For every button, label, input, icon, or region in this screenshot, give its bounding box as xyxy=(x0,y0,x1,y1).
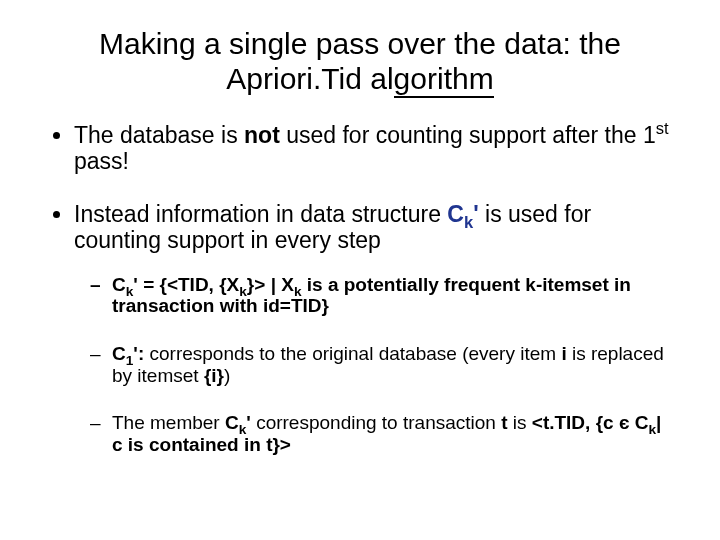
bullet-list: The database is not used for counting su… xyxy=(46,123,674,456)
ordinal-sup: st xyxy=(656,119,669,138)
slide: Making a single pass over the data: the … xyxy=(0,0,720,540)
text: = {<TID, {X xyxy=(138,274,239,295)
sub-k: k xyxy=(648,422,656,437)
title-line1: Making a single pass over the data: the xyxy=(99,27,621,60)
text: c is contained in t}> xyxy=(112,434,291,455)
sub-bullet-list: Ck' = {<TID, {Xk}> | Xk is a potentially… xyxy=(74,274,674,456)
C: C xyxy=(225,412,239,433)
text: The database is xyxy=(74,122,244,148)
text: used for counting support after the 1 xyxy=(280,122,656,148)
text: Instead information in data structure xyxy=(74,201,447,227)
bullet-2: Instead information in data structure Ck… xyxy=(74,202,674,455)
colon: : xyxy=(138,343,150,364)
text: The member xyxy=(112,412,225,433)
C: C xyxy=(112,343,126,364)
title-line2-pre: Apriori.Tid al xyxy=(226,62,393,95)
bullet-1: The database is not used for counting su… xyxy=(74,123,674,175)
slide-title: Making a single pass over the data: the … xyxy=(80,26,640,97)
bar: | xyxy=(656,412,661,433)
ck-prime: Ck' xyxy=(112,274,138,295)
sub-k: k xyxy=(464,213,473,232)
text: pass! xyxy=(74,148,129,174)
title-line2-underlined: gorithm xyxy=(394,62,494,98)
text: ) xyxy=(224,365,230,386)
text: }> | X xyxy=(247,274,294,295)
C: C xyxy=(112,274,126,295)
C: C xyxy=(447,201,464,227)
text: <t.TID, {c є C xyxy=(532,412,649,433)
sub-bullet-2: C1': corresponds to the original databas… xyxy=(112,343,674,386)
ck-prime: Ck' xyxy=(225,412,251,433)
emph-not: not xyxy=(244,122,280,148)
itemset: {i} xyxy=(204,365,224,386)
sub-bullet-1: Ck' = {<TID, {Xk}> | Xk is a potentially… xyxy=(112,274,674,317)
text: corresponds to the original database (ev… xyxy=(149,343,561,364)
sub-bullet-3: The member Ck' corresponding to transact… xyxy=(112,412,674,455)
ck-prime: Ck' xyxy=(447,201,478,227)
text: corresponding to transaction xyxy=(251,412,501,433)
text: is xyxy=(508,412,532,433)
c1-prime: C1' xyxy=(112,343,138,364)
